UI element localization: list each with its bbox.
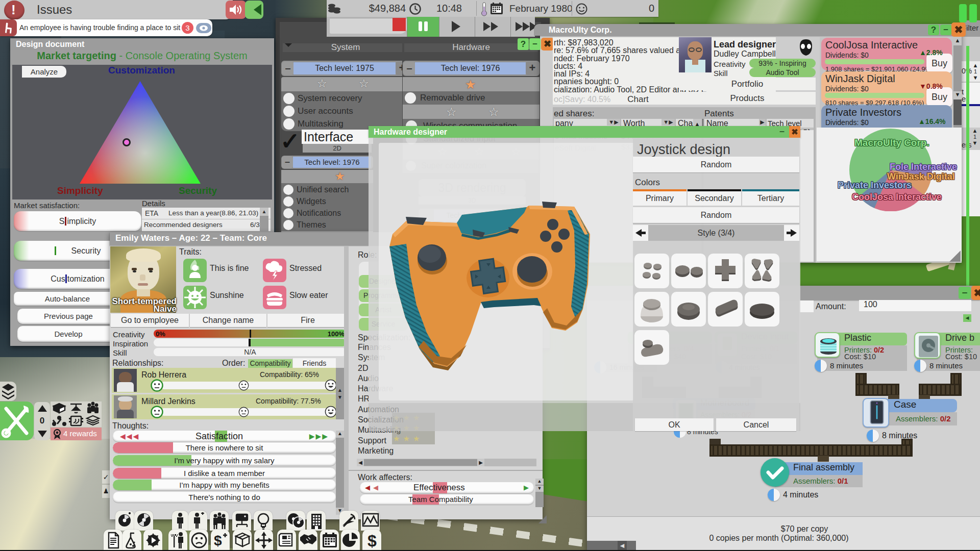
- svg-text:$: $: [368, 532, 377, 549]
- svg-text:$: $: [214, 533, 222, 548]
